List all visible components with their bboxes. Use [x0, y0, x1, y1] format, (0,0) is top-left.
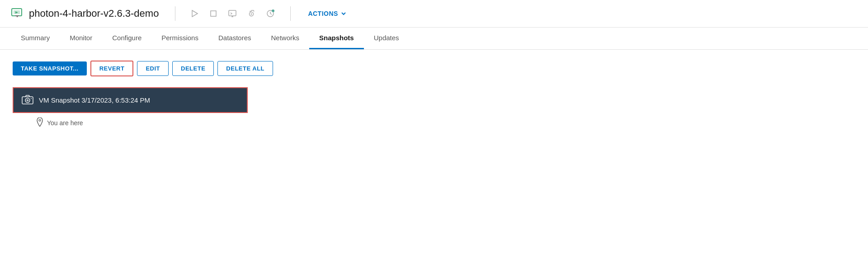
tab-configure[interactable]: Configure — [102, 28, 151, 49]
svg-line-14 — [270, 14, 272, 14]
svg-rect-7 — [229, 10, 236, 16]
edit-button[interactable]: EDIT — [137, 61, 169, 76]
take-snapshot-button[interactable]: TAKE SNAPSHOT... — [13, 61, 87, 75]
tab-networks[interactable]: Networks — [261, 28, 310, 49]
svg-point-11 — [251, 14, 252, 15]
snapshot-item[interactable]: VM Snapshot 3/17/2023, 6:53:24 PM — [13, 87, 248, 113]
snapshot-camera-icon — [22, 94, 33, 106]
you-are-here-row: You are here — [13, 113, 855, 132]
you-are-here-label: You are here — [47, 119, 83, 127]
tab-updates[interactable]: Updates — [364, 28, 409, 49]
snapshot-icon-button[interactable] — [245, 7, 258, 20]
nav-tabs: Summary Monitor Configure Permissions Da… — [0, 28, 868, 50]
stop-button[interactable] — [207, 7, 220, 20]
header-divider — [175, 6, 175, 21]
svg-point-20 — [31, 98, 32, 99]
tab-datastores[interactable]: Datastores — [208, 28, 261, 49]
delete-button[interactable]: DELETE — [172, 61, 214, 76]
tab-snapshots[interactable]: Snapshots — [309, 28, 364, 49]
actions-label: ACTIONS — [308, 10, 338, 17]
snapshot-list: VM Snapshot 3/17/2023, 6:53:24 PM You ar… — [13, 87, 855, 132]
header: photon-4-harbor-v2.6.3-demo — [0, 0, 868, 28]
console-button[interactable] — [226, 7, 239, 20]
svg-point-19 — [27, 99, 29, 102]
header-actions: + ACTIONS — [188, 6, 346, 21]
svg-marker-5 — [192, 10, 198, 17]
tab-permissions[interactable]: Permissions — [151, 28, 208, 49]
schedule-button[interactable]: + — [264, 7, 277, 20]
content-area: TAKE SNAPSHOT... REVERT EDIT DELETE DELE… — [0, 50, 868, 143]
svg-rect-6 — [211, 11, 216, 16]
delete-all-button[interactable]: DELETE ALL — [217, 61, 273, 76]
revert-button[interactable]: REVERT — [90, 61, 134, 76]
play-button[interactable] — [188, 7, 201, 20]
page-container: photon-4-harbor-v2.6.3-demo — [0, 0, 868, 273]
svg-point-21 — [39, 119, 41, 121]
tab-summary[interactable]: Summary — [11, 28, 60, 49]
vm-title: photon-4-harbor-v2.6.3-demo — [29, 8, 159, 19]
snapshot-item-label: VM Snapshot 3/17/2023, 6:53:24 PM — [39, 96, 150, 104]
vm-icon — [11, 6, 24, 21]
location-icon — [36, 118, 43, 128]
snapshot-toolbar: TAKE SNAPSHOT... REVERT EDIT DELETE DELE… — [13, 61, 855, 76]
tab-monitor[interactable]: Monitor — [60, 28, 102, 49]
header-divider-2 — [290, 6, 291, 21]
chevron-down-icon — [341, 11, 346, 16]
actions-dropdown-button[interactable]: ACTIONS — [308, 10, 346, 17]
